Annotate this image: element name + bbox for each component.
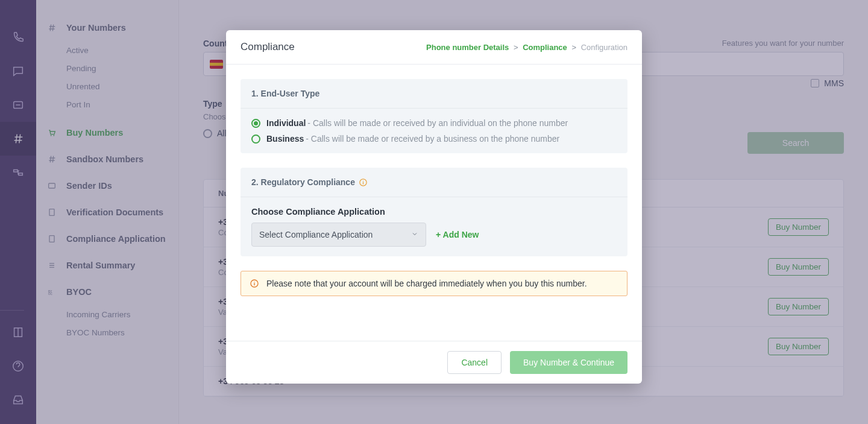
crumb-phone-details[interactable]: Phone number Details bbox=[426, 43, 509, 52]
info-icon bbox=[250, 279, 259, 288]
compliance-select[interactable]: Select Compliance Application bbox=[251, 223, 426, 247]
section-title: 2. Regulatory Compliance bbox=[251, 177, 355, 187]
compliance-modal: Compliance Phone number Details > Compli… bbox=[226, 30, 642, 384]
modal-overlay[interactable]: Compliance Phone number Details > Compli… bbox=[0, 0, 868, 424]
modal-title: Compliance bbox=[241, 41, 295, 53]
section-title: 1. End-User Type bbox=[241, 79, 627, 109]
field-label: Choose Compliance Application bbox=[251, 207, 617, 217]
notice-text: Please note that your account will be ch… bbox=[266, 279, 587, 288]
radio-individual[interactable]: Individual - Calls will be made or recei… bbox=[251, 118, 617, 128]
cancel-button[interactable]: Cancel bbox=[447, 351, 502, 374]
crumb-compliance[interactable]: Compliance bbox=[523, 43, 567, 52]
radio-icon bbox=[251, 134, 260, 144]
add-new-link[interactable]: + Add New bbox=[436, 230, 479, 239]
end-user-type-card: 1. End-User Type Individual - Calls will… bbox=[241, 79, 627, 153]
chevron-down-icon bbox=[411, 230, 418, 239]
breadcrumb: Phone number Details > Compliance > Conf… bbox=[426, 43, 627, 52]
buy-continue-button[interactable]: Buy Number & Continue bbox=[510, 351, 627, 374]
crumb-configuration: Configuration bbox=[581, 43, 627, 52]
regulatory-card: 2. Regulatory Compliance Choose Complian… bbox=[241, 168, 627, 256]
charge-notice: Please note that your account will be ch… bbox=[241, 271, 627, 296]
select-placeholder: Select Compliance Application bbox=[259, 230, 373, 239]
info-icon[interactable] bbox=[359, 178, 368, 187]
radio-business[interactable]: Business - Calls will be made or receive… bbox=[251, 134, 617, 144]
radio-icon bbox=[251, 119, 260, 128]
